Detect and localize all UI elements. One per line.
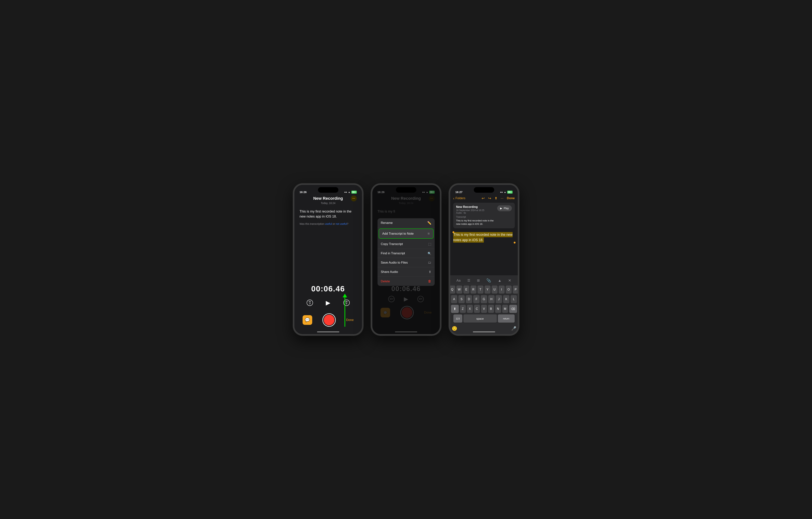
keyboard-toolbar: Aa ☰ ⊞ 📎 ▲ ✕ [450, 277, 518, 284]
folders-link[interactable]: Folders [456, 197, 465, 200]
status-time-3: 16:27 [456, 190, 463, 194]
key-U[interactable]: U [492, 285, 497, 294]
title-row-1: New Recording ··· [299, 196, 357, 201]
key-S[interactable]: S [458, 295, 465, 303]
useful-link[interactable]: useful [325, 222, 332, 225]
key-H[interactable]: H [488, 295, 495, 303]
attachment-icon[interactable]: 📎 [486, 278, 491, 283]
menu-item-share-audio[interactable]: Share Audio ⬆ [378, 267, 435, 277]
key-F[interactable]: F [473, 295, 480, 303]
text-format-icon[interactable]: Aa [457, 279, 461, 282]
recording-card-info: New Recording 16 September 2024 at 16:25… [456, 205, 497, 226]
play-pill-button[interactable]: ▶ Play [497, 205, 512, 211]
key-L[interactable]: L [511, 295, 517, 303]
key-row-2: A S D F G H J K L [451, 295, 517, 303]
add-transcript-icon: ≡ [428, 231, 430, 236]
done-button-3[interactable]: Done [507, 196, 515, 200]
rename-label: Rename [381, 221, 393, 225]
key-D[interactable]: D [466, 295, 472, 303]
key-R[interactable]: R [470, 285, 476, 294]
keyboard-area: Aa ☰ ⊞ 📎 ▲ ✕ Q W E R [450, 275, 518, 334]
chat-button-1[interactable]: 💬 [302, 315, 312, 325]
find-transcript-label: Find in Transcript [381, 251, 405, 255]
wifi-icon-1: ▲ [348, 191, 350, 193]
more-options-button-1[interactable]: ··· [351, 195, 357, 201]
copy-icon: ⬚ [428, 242, 431, 246]
recording-card-meta: 16 September 2024 at 16:25 Audio · 6s [456, 209, 497, 214]
key-O[interactable]: O [506, 285, 512, 294]
dynamic-island-2 [396, 187, 416, 193]
key-K[interactable]: K [503, 295, 510, 303]
more-icon-header[interactable]: ··· [501, 196, 503, 200]
key-W[interactable]: W [456, 285, 462, 294]
play-button-1[interactable]: ▶ [323, 298, 333, 308]
menu-item-add-transcript[interactable]: Add Transcript to Note ≡ [379, 228, 434, 239]
record-inner-1 [324, 315, 335, 325]
transcript-text-1: This is my first recorded note in the ne… [299, 210, 352, 218]
key-A[interactable]: A [451, 295, 457, 303]
notes-nav-right: ↩ ↪ ⬆ ··· Done [482, 196, 515, 200]
key-V[interactable]: V [481, 305, 487, 313]
undo-icon[interactable]: ↩ [482, 196, 485, 200]
trash-icon: 🗑 [428, 279, 431, 283]
keyboard-rows: Q W E R T Y U I O P A [450, 284, 518, 325]
status-icons-3: ●● ▲ 98+ [500, 191, 513, 194]
key-E[interactable]: E [463, 285, 469, 294]
redo-icon[interactable]: ↪ [488, 196, 491, 200]
menu-item-rename[interactable]: Rename ✏️ [378, 218, 435, 228]
notes-content-area[interactable]: This is my first recorded note in the ne… [450, 230, 518, 275]
record-button-1[interactable] [322, 313, 336, 327]
skip-back-button-1[interactable]: 15↺ [306, 299, 314, 307]
recording-card-3: New Recording 16 September 2024 at 16:25… [453, 203, 515, 228]
signal-icon-3: ●● [500, 191, 503, 193]
shift-key[interactable]: ⬆ [451, 305, 459, 313]
delete-key[interactable]: ⌫ [509, 305, 517, 313]
key-I[interactable]: I [499, 285, 504, 294]
key-J[interactable]: J [496, 295, 502, 303]
key-Q[interactable]: Q [450, 285, 455, 294]
return-key[interactable]: return [498, 315, 515, 323]
play-pill-icon: ▶ [500, 207, 502, 210]
recording-card-title: New Recording [456, 205, 497, 209]
feedback-end: ? [347, 222, 348, 225]
timer-display-1: 00:06.46 [299, 284, 357, 293]
selection-handle-top [453, 231, 454, 233]
key-C[interactable]: C [474, 305, 480, 313]
key-N[interactable]: N [495, 305, 501, 313]
transcript-section-label: Transcript [456, 216, 497, 218]
not-useful-link[interactable]: not useful [336, 222, 347, 225]
keyboard-close-icon[interactable]: ✕ [508, 278, 511, 283]
playback-controls-1: 15↺ ▶ 15↻ [299, 298, 357, 308]
notes-nav-left: ‹ Folders [453, 196, 465, 200]
key-Y[interactable]: Y [485, 285, 491, 294]
arrow-head [343, 294, 347, 297]
menu-item-save-audio[interactable]: Save Audio to Files 🗂 [378, 258, 435, 267]
done-button-1[interactable]: Done [346, 318, 354, 322]
numbers-key[interactable]: 123 [454, 315, 462, 323]
space-key[interactable]: space [463, 315, 497, 323]
key-row-1: Q W E R T Y U I O P [451, 285, 517, 294]
key-X[interactable]: X [467, 305, 473, 313]
bullet-list-icon[interactable]: ☰ [467, 278, 470, 282]
key-T[interactable]: T [477, 285, 484, 294]
key-P[interactable]: P [513, 285, 518, 294]
selected-text-block: This is my first recorded note in the ne… [453, 230, 515, 244]
menu-item-find-transcript[interactable]: Find in Transcript 🔍 [378, 249, 435, 258]
folder-icon: 🗂 [428, 261, 431, 265]
pencil-icon: ✏️ [427, 221, 431, 225]
key-G[interactable]: G [481, 295, 487, 303]
skip-back-icon-1: 15↺ [307, 300, 313, 306]
recording-title-1: New Recording [313, 196, 343, 201]
emoji-button[interactable]: 🙂 [452, 326, 457, 331]
find-icon: 🔍 [428, 252, 431, 255]
microphone-button[interactable]: 🎤 [511, 326, 516, 331]
phone-1-content: 16:26 ●● ▲ 98+ New Recording ··· Today, … [294, 185, 362, 334]
key-B[interactable]: B [488, 305, 494, 313]
share-icon-header[interactable]: ⬆ [495, 196, 497, 200]
menu-item-delete[interactable]: Delete 🗑 [378, 277, 435, 286]
send-icon[interactable]: ▲ [498, 278, 501, 283]
key-M[interactable]: M [502, 305, 508, 313]
table-icon[interactable]: ⊞ [477, 278, 480, 282]
key-Z[interactable]: Z [460, 305, 466, 313]
menu-item-copy-transcript[interactable]: Copy Transcript ⬚ [378, 240, 435, 249]
